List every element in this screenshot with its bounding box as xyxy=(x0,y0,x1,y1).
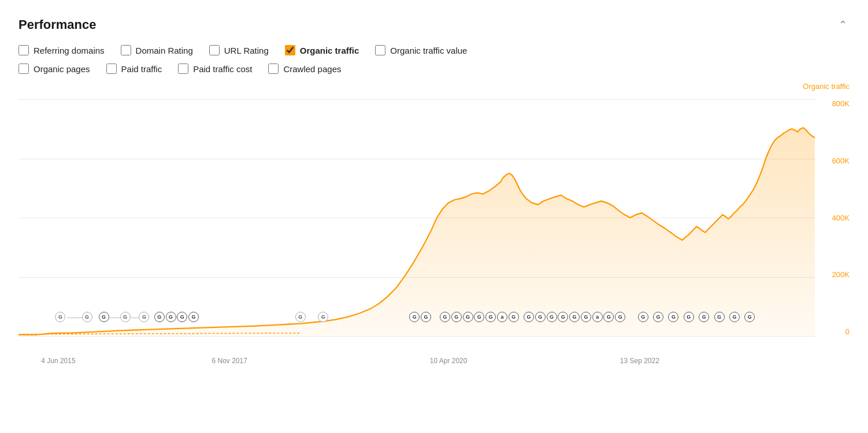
event-icon-g1: G xyxy=(55,312,65,322)
event-icon-g34: G xyxy=(729,312,740,322)
event-line-1 xyxy=(67,318,82,318)
event-line-3 xyxy=(131,318,139,318)
checkbox-organic-pages[interactable]: Organic pages xyxy=(18,64,90,74)
checkbox-paid-traffic[interactable]: Paid traffic xyxy=(106,64,162,74)
event-icon-g4: G xyxy=(120,312,131,322)
checkbox-url-rating[interactable]: URL Rating xyxy=(209,45,269,55)
y-label-0: 0 xyxy=(845,327,850,336)
collapse-button[interactable]: ⌃ xyxy=(836,16,850,33)
event-icon-g23: G xyxy=(558,312,568,322)
chart-series-label: Organic traffic xyxy=(803,82,850,91)
chart-area: Organic traffic 800K 600K 400K 200K 0 xyxy=(18,82,850,365)
event-icon-g14: G xyxy=(440,312,450,322)
section-header: Performance ⌃ xyxy=(18,16,850,33)
checkbox-crawled-pages-input[interactable] xyxy=(268,64,279,74)
checkbox-crawled-pages[interactable]: Crawled pages xyxy=(268,64,341,74)
checkbox-organic-traffic-value-input[interactable] xyxy=(375,45,385,55)
event-icon-g10: G xyxy=(295,312,306,322)
checkbox-organic-pages-label: Organic pages xyxy=(34,64,90,74)
y-axis-labels: 800K 600K 400K 200K 0 xyxy=(818,99,850,336)
x-label-2020: 10 Apr 2020 xyxy=(430,357,468,365)
checkbox-paid-traffic-label: Paid traffic xyxy=(121,64,162,74)
event-icon-a2: a xyxy=(592,312,603,322)
event-icon-g16: G xyxy=(463,312,473,322)
checkbox-url-rating-label: URL Rating xyxy=(224,46,269,55)
checkbox-url-rating-input[interactable] xyxy=(209,45,220,55)
event-icon-g28: G xyxy=(638,312,648,322)
checkbox-referring-domains-label: Referring domains xyxy=(34,46,105,55)
section-title: Performance xyxy=(18,17,97,32)
chart-wrapper: G G G G G G G G G G G G G G G G xyxy=(18,99,815,336)
checkbox-crawled-pages-label: Crawled pages xyxy=(283,64,341,74)
event-icon-g5: G xyxy=(139,312,149,322)
event-icon-g31: G xyxy=(684,312,694,322)
y-label-800k: 800K xyxy=(832,99,850,108)
checkbox-referring-domains[interactable]: Referring domains xyxy=(18,45,105,55)
event-icon-g21: G xyxy=(535,312,546,322)
checkbox-organic-traffic[interactable]: Organic traffic xyxy=(285,45,359,55)
event-icon-g26: G xyxy=(603,312,614,322)
event-icon-g19: G xyxy=(509,312,519,322)
chart-svg xyxy=(18,99,815,336)
chart-area-fill xyxy=(18,128,815,336)
checkbox-organic-traffic-value[interactable]: Organic traffic value xyxy=(375,45,467,55)
event-icon-g3: G xyxy=(99,312,109,322)
x-axis-labels: 4 Jun 2015 6 Nov 2017 10 Apr 2020 13 Sep… xyxy=(18,339,815,365)
checkbox-domain-rating-label: Domain Rating xyxy=(136,46,193,55)
checkbox-organic-traffic-value-label: Organic traffic value xyxy=(390,46,467,55)
y-label-200k: 200K xyxy=(832,270,850,279)
event-icon-g13: G xyxy=(421,312,431,322)
y-label-400k: 400K xyxy=(832,214,850,222)
event-icon-g29: G xyxy=(653,312,663,322)
event-icon-g25: G xyxy=(581,312,591,322)
event-icon-g7: G xyxy=(166,312,176,322)
event-icon-g9: G xyxy=(188,312,199,322)
checkbox-domain-rating[interactable]: Domain Rating xyxy=(121,45,193,55)
event-icon-g2: G xyxy=(82,312,92,322)
checkbox-referring-domains-input[interactable] xyxy=(18,45,29,55)
x-label-2017: 6 Nov 2017 xyxy=(212,357,247,365)
performance-section: Performance ⌃ Referring domains Domain R… xyxy=(0,0,868,376)
grid-line-5 xyxy=(18,336,815,337)
event-icon-g30: G xyxy=(668,312,678,322)
checkbox-row-2: Organic pages Paid traffic Paid traffic … xyxy=(18,64,850,74)
checkbox-organic-pages-input[interactable] xyxy=(18,64,29,74)
checkbox-domain-rating-input[interactable] xyxy=(121,45,131,55)
event-icon-g8: G xyxy=(177,312,187,322)
event-icon-g15: G xyxy=(451,312,462,322)
x-label-2022: 13 Sep 2022 xyxy=(620,357,659,365)
checkbox-row-1: Referring domains Domain Rating URL Rati… xyxy=(18,45,850,55)
event-icon-g11: G xyxy=(318,312,328,322)
checkbox-organic-traffic-label: Organic traffic xyxy=(300,46,359,55)
event-icon-g33: G xyxy=(714,312,725,322)
event-icon-g35: G xyxy=(744,312,755,322)
event-icon-g17: G xyxy=(474,312,484,322)
y-label-600k: 600K xyxy=(832,156,850,165)
event-icon-g6: G xyxy=(154,312,165,322)
checkbox-paid-traffic-cost-label: Paid traffic cost xyxy=(193,64,252,74)
checkbox-organic-traffic-input[interactable] xyxy=(285,45,295,55)
event-icon-a1: a xyxy=(497,312,507,322)
x-label-2015: 4 Jun 2015 xyxy=(41,357,75,365)
checkbox-paid-traffic-input[interactable] xyxy=(106,64,117,74)
event-icon-g24: G xyxy=(569,312,580,322)
checkbox-paid-traffic-cost-input[interactable] xyxy=(178,64,188,74)
event-icons-row: G G G G G G G G G G G G G G G G xyxy=(18,312,780,324)
event-icon-g12: G xyxy=(409,312,420,322)
event-icon-g32: G xyxy=(699,312,709,322)
event-icon-g22: G xyxy=(547,312,557,322)
checkbox-paid-traffic-cost[interactable]: Paid traffic cost xyxy=(178,64,252,74)
event-icon-g20: G xyxy=(524,312,534,322)
event-icon-g18: G xyxy=(485,312,496,322)
event-icon-g27: G xyxy=(615,312,625,322)
